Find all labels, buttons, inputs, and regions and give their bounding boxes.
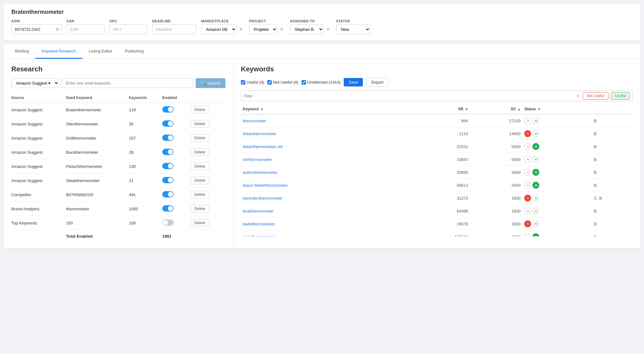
keyword-link-2[interactable]: fieberthermometer ohr [243, 144, 283, 149]
not-useful-filter-button[interactable]: Not Useful [583, 92, 608, 100]
minus-btn-1[interactable]: − [524, 130, 531, 137]
minus-btn-0[interactable]: − [524, 117, 531, 124]
research-row: Amazon Suggest Steakthermometer 21 Delet… [11, 174, 225, 188]
filter-unselected-label: Unselected (1414) [307, 80, 341, 85]
asin-input[interactable] [11, 24, 62, 34]
ean-input[interactable] [67, 24, 104, 34]
project-clear-btn[interactable]: ✕ [279, 26, 285, 32]
research-seed-0: Bratenthermometer [66, 103, 129, 117]
keyword-link-6[interactable]: backofenthermometer [243, 196, 282, 201]
marketplace-select[interactable]: Amazon DE Amazon US [201, 24, 236, 34]
minus-btn-7[interactable]: − [524, 207, 531, 214]
useful-filter-button[interactable]: Useful [611, 92, 630, 100]
plus-btn-0[interactable]: + [532, 117, 539, 124]
research-enabled-7[interactable] [162, 202, 190, 216]
keyword-link-1[interactable]: fieberthermometer [243, 131, 276, 136]
tab-keyword-research[interactable]: Keyword Research [35, 44, 82, 59]
main-panel: Briefing Keyword Research Listing Editor… [4, 44, 640, 248]
research-enabled-3[interactable] [162, 145, 190, 159]
toggle-2[interactable] [162, 135, 174, 141]
plus-btn-9[interactable]: + [532, 233, 539, 236]
filter-not-useful-checkbox[interactable] [267, 80, 272, 85]
source-select[interactable]: Amazon Suggest ▾ Competitor Brand Analyt… [11, 78, 59, 88]
toggle-4[interactable] [162, 163, 174, 169]
minus-btn-6[interactable]: − [524, 195, 531, 202]
keyword-link-0[interactable]: thermometer [243, 119, 266, 123]
plus-btn-3[interactable]: + [532, 156, 539, 163]
delete-button-7[interactable]: Delete [190, 205, 209, 213]
tab-briefing[interactable]: Briefing [9, 44, 35, 59]
minus-btn-3[interactable]: − [524, 156, 531, 163]
delete-button-8[interactable]: Delete [190, 219, 209, 227]
minus-btn-5[interactable]: − [524, 182, 531, 189]
delete-button-4[interactable]: Delete [190, 163, 209, 170]
minus-btn-2[interactable]: − [524, 143, 531, 150]
research-source-8: Top Keywords [11, 216, 66, 230]
minus-btn-8[interactable]: − [524, 220, 531, 227]
keyword-link-3[interactable]: ohrthermometer [243, 157, 272, 162]
keywords-table-wrap[interactable]: Keyword ▼ SR ▼ SV ▲ Status ▼ thermometer… [241, 104, 633, 236]
toggle-0[interactable] [162, 106, 174, 113]
assigned-select[interactable]: Stephan B. [290, 24, 324, 34]
filter-unselected-checkbox[interactable] [302, 80, 306, 85]
research-enabled-5[interactable] [162, 174, 190, 188]
plus-btn-8[interactable]: + [532, 220, 539, 227]
research-enabled-2[interactable] [162, 131, 190, 145]
delete-button-5[interactable]: Delete [190, 177, 209, 184]
plus-btn-2[interactable]: + [532, 143, 539, 150]
kw-col-sv[interactable]: SV ▲ [470, 104, 523, 114]
seed-keyword-input[interactable] [62, 78, 193, 88]
tab-listing-editor[interactable]: Listing Editor [82, 44, 119, 59]
keyword-link-7[interactable]: funkthermometer [243, 209, 274, 213]
plus-btn-6[interactable]: + [532, 195, 539, 202]
assigned-clear-btn[interactable]: ✕ [325, 26, 331, 32]
kw-col-sr[interactable]: SR ▼ [410, 104, 470, 114]
delete-button-0[interactable]: Delete [190, 106, 209, 113]
export-button[interactable]: Export [366, 78, 389, 87]
toggle-6[interactable] [162, 191, 174, 197]
deadline-input[interactable] [152, 24, 196, 34]
keyword-link-5[interactable]: braun fieberthermometer [243, 183, 288, 188]
tab-publishing[interactable]: Publishing [119, 44, 150, 59]
research-enabled-6[interactable] [162, 188, 190, 202]
research-enabled-8[interactable] [162, 216, 190, 230]
status-select[interactable]: New In Progress Done [336, 24, 370, 34]
toggle-5[interactable] [162, 177, 174, 183]
delete-button-2[interactable]: Delete [190, 134, 209, 142]
research-enabled-1[interactable] [162, 117, 190, 131]
keyword-filter-input[interactable] [244, 94, 574, 98]
kw-col-status[interactable]: Status ▼ [522, 104, 592, 114]
plus-btn-4[interactable]: + [532, 169, 539, 176]
sku-input[interactable] [109, 24, 147, 34]
plus-btn-1[interactable]: + [532, 130, 539, 137]
marketplace-label: Marketplace [201, 19, 244, 23]
marketplace-clear-btn[interactable]: ✕ [238, 26, 244, 32]
keyword-link-4[interactable]: außenthermometer [243, 170, 278, 175]
delete-button-1[interactable]: Delete [190, 120, 209, 128]
status-field-group: Status New In Progress Done [336, 19, 370, 34]
keyword-link-9[interactable]: pool thermometer [243, 235, 275, 237]
toggle-7[interactable] [162, 205, 174, 212]
keyword-link-8[interactable]: badethermometer [243, 222, 275, 226]
project-select[interactable]: Projekte [249, 24, 277, 34]
toggle-1[interactable] [162, 120, 174, 127]
delete-button-6[interactable]: Delete [190, 191, 209, 198]
plus-btn-7[interactable]: + [532, 207, 539, 214]
minus-btn-9[interactable]: − [524, 233, 531, 236]
delete-button-3[interactable]: Delete [190, 148, 209, 156]
copy-icon[interactable]: ⊞ [56, 27, 59, 31]
filter-clear-icon[interactable]: ✕ [576, 93, 580, 98]
search-button[interactable]: 🔍 Search [196, 78, 225, 88]
research-enabled-4[interactable] [162, 159, 190, 174]
filter-useful-checkbox[interactable] [241, 80, 245, 85]
save-button[interactable]: Save [344, 78, 363, 86]
kw-col-keyword[interactable]: Keyword ▼ [241, 104, 410, 114]
minus-btn-4[interactable]: − [524, 169, 531, 176]
research-enabled-0[interactable] [162, 103, 190, 117]
toggle-3[interactable] [162, 149, 174, 155]
plus-btn-5[interactable]: + [532, 182, 539, 189]
toggle-8[interactable] [162, 219, 174, 226]
action-btns-7: − + [524, 207, 590, 214]
research-keywords-4: 130 [129, 159, 162, 174]
research-row: Amazon Suggest Backthermometer 28 Delete [11, 145, 225, 159]
